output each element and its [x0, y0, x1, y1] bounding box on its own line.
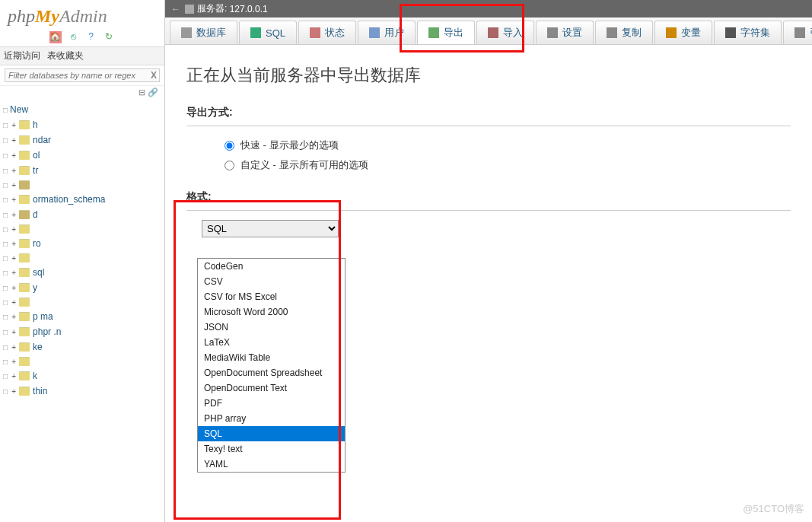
tab-复制[interactable]: 复制	[595, 21, 653, 44]
db-item[interactable]: +	[0, 251, 164, 265]
db-item[interactable]: + k	[0, 368, 164, 384]
logo[interactable]: phpMyAdmin	[0, 0, 164, 30]
radio-custom-input[interactable]	[224, 161, 234, 170]
db-item[interactable]: +phpr .n	[0, 324, 164, 339]
expand-icon[interactable]: +	[10, 387, 18, 396]
expand-icon[interactable]: +	[10, 121, 18, 129]
breadcrumb: ← 服务器: 127.0.0.1	[165, 0, 812, 18]
expand-icon[interactable]: +	[10, 372, 18, 380]
expand-icon[interactable]: +	[10, 313, 18, 321]
database-icon	[19, 327, 30, 336]
expand-icon[interactable]: +	[10, 225, 18, 234]
db-item[interactable]: + y	[0, 280, 164, 295]
db-item[interactable]: + sql	[0, 265, 164, 280]
expand-icon[interactable]: +	[10, 211, 18, 219]
db-item[interactable]: + h	[0, 117, 164, 132]
db-item[interactable]: +p ma	[0, 309, 164, 324]
format-option[interactable]: PHP array	[198, 411, 345, 426]
favorites-tab[interactable]: 表收藏夹	[47, 50, 84, 61]
expand-icon[interactable]: +	[10, 136, 18, 145]
collapse-icons[interactable]: ⊟ 🔗	[0, 86, 164, 99]
format-option[interactable]: YAML	[198, 457, 345, 472]
db-item[interactable]: +	[0, 295, 164, 309]
content: 正在从当前服务器中导出数据库 导出方式: 快速 - 显示最少的选项 自定义 - …	[165, 45, 812, 256]
expand-icon[interactable]: +	[10, 240, 18, 248]
format-option[interactable]: Texy! text	[198, 441, 345, 457]
filter-input[interactable]	[5, 68, 160, 82]
format-option[interactable]: PDF	[198, 396, 345, 411]
db-item[interactable]: + ormation_schema	[0, 192, 164, 207]
database-icon	[19, 312, 30, 321]
database-icon	[19, 239, 30, 248]
tab-字符集[interactable]: 字符集	[714, 21, 782, 44]
tab-导出[interactable]: 导出	[417, 21, 475, 44]
expand-icon[interactable]: +	[10, 358, 18, 366]
expand-icon[interactable]: +	[10, 328, 18, 336]
exit-icon[interactable]: ⎋	[67, 31, 79, 43]
format-option[interactable]: OpenDocument Spreadsheet	[198, 365, 345, 380]
db-item[interactable]: +	[0, 178, 164, 192]
i-sql-icon	[250, 27, 261, 38]
format-option[interactable]: CSV	[198, 274, 345, 289]
expand-icon[interactable]: +	[10, 269, 18, 277]
help-icon[interactable]: ?	[85, 31, 97, 43]
format-option[interactable]: CodeGen	[198, 259, 345, 274]
breadcrumb-host: 127.0.0.1	[230, 4, 268, 14]
db-item[interactable]: New	[0, 102, 164, 117]
breadcrumb-server-label: 服务器:	[197, 2, 227, 15]
format-option[interactable]: SQL	[198, 426, 345, 441]
tab-数据库[interactable]: 数据库	[170, 21, 237, 44]
format-option[interactable]: CSV for MS Excel	[198, 289, 345, 304]
server-icon	[185, 5, 194, 14]
tab-设置[interactable]: 设置	[536, 21, 594, 44]
expand-icon[interactable]: +	[10, 151, 18, 160]
format-select[interactable]: SQL	[202, 220, 339, 237]
reload-icon[interactable]: ↻	[103, 31, 115, 43]
format-dropdown[interactable]: CodeGenCSVCSV for MS ExcelMicrosoft Word…	[197, 258, 345, 473]
db-item[interactable]: + ke	[0, 339, 164, 355]
expand-icon[interactable]: +	[10, 298, 18, 307]
database-icon	[19, 151, 30, 160]
database-icon	[19, 195, 30, 204]
recent-tab[interactable]: 近期访问	[4, 50, 40, 61]
sidebar: phpMyAdmin 🏠 ⎋ ? ↻ 近期访问 表收藏夹 X ⊟ 🔗 New+ …	[0, 0, 165, 522]
tab-用户[interactable]: 用户	[358, 21, 416, 44]
tab-变量[interactable]: 变量	[654, 21, 712, 44]
db-item[interactable]: +thin	[0, 384, 164, 399]
db-item[interactable]: + tr	[0, 163, 164, 178]
expand-icon[interactable]: +	[10, 284, 18, 292]
export-method-group: 快速 - 显示最少的选项 自定义 - 显示所有可用的选项	[186, 135, 791, 175]
database-icon	[19, 387, 30, 396]
db-item[interactable]: + d	[0, 207, 164, 222]
format-option[interactable]: OpenDocument Text	[198, 380, 345, 396]
db-item[interactable]: + ndar	[0, 132, 164, 148]
db-item[interactable]: +	[0, 355, 164, 368]
tab-引擎[interactable]: 引擎	[783, 21, 812, 44]
radio-quick[interactable]: 快速 - 显示最少的选项	[224, 135, 791, 155]
collapse-arrow-icon[interactable]: ←	[171, 4, 180, 14]
tabbar: 数据库SQL状态用户导出导入设置复制变量字符集引擎	[165, 18, 812, 45]
db-tree: New+ h+ ndar+ ol+ tr+ + ormation_schema+…	[0, 99, 164, 399]
expand-icon[interactable]: +	[10, 167, 18, 175]
clear-filter-icon[interactable]: X	[151, 70, 157, 81]
tab-导入[interactable]: 导入	[476, 21, 534, 44]
format-option[interactable]: Microsoft Word 2000	[198, 304, 345, 320]
i-status-icon	[310, 27, 320, 38]
tab-SQL[interactable]: SQL	[239, 21, 297, 44]
tab-状态[interactable]: 状态	[298, 21, 356, 44]
format-option[interactable]: LaTeX	[198, 335, 345, 350]
expand-icon[interactable]: +	[10, 254, 18, 263]
format-option[interactable]: MediaWiki Table	[198, 350, 345, 365]
database-icon	[19, 166, 30, 175]
radio-quick-input[interactable]	[224, 141, 234, 151]
home-icon[interactable]: 🏠	[49, 31, 62, 43]
format-option[interactable]: JSON	[198, 320, 345, 335]
db-item[interactable]: + ol	[0, 148, 164, 163]
expand-icon[interactable]: +	[10, 343, 18, 352]
expand-icon[interactable]: +	[10, 181, 18, 189]
database-icon	[19, 224, 30, 234]
db-item[interactable]: +	[0, 222, 164, 236]
expand-icon[interactable]: +	[10, 196, 18, 204]
db-item[interactable]: + ro	[0, 236, 164, 251]
radio-custom[interactable]: 自定义 - 显示所有可用的选项	[224, 155, 791, 175]
